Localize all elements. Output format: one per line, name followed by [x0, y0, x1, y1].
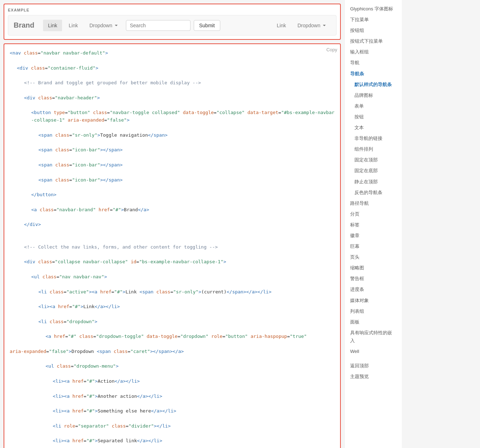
caret-icon — [115, 25, 118, 26]
nav-right-dropdown[interactable]: Dropdown — [292, 20, 331, 31]
sidebar-item-alerts[interactable]: 警告框 — [350, 273, 396, 284]
sidebar-item-nav[interactable]: 导航 — [350, 57, 396, 68]
sidebar-item-panels[interactable]: 面板 — [350, 317, 396, 327]
sidebar-item-back-top[interactable]: 返回顶部 — [350, 360, 396, 371]
sidebar-item-fixed-top[interactable]: 固定在顶部 — [350, 155, 396, 165]
sidebar-item-input-group[interactable]: 输入框组 — [350, 47, 396, 57]
sidebar-item-badges[interactable]: 徽章 — [350, 230, 396, 241]
main-content: EXAMPLE Brand Link Link Dropdown Submit … — [0, 0, 344, 448]
sidebar-item-inverted[interactable]: 反色的导航条 — [350, 187, 396, 198]
caret-right-icon — [323, 25, 326, 26]
example-preview-box: EXAMPLE Brand Link Link Dropdown Submit … — [4, 4, 341, 40]
sidebar-item-component-align[interactable]: 组件排列 — [350, 144, 396, 155]
sidebar-item-non-nav-link[interactable]: 非导航的链接 — [350, 133, 396, 144]
sidebar-item-static-top[interactable]: 静止在顶部 — [350, 176, 396, 187]
sidebar-item-media[interactable]: 媒体对象 — [350, 295, 396, 306]
sidebar-item-breadcrumb[interactable]: 路径导航 — [350, 198, 396, 209]
navbar-search-input[interactable] — [126, 20, 190, 31]
navbar-submit-button[interactable]: Submit — [194, 20, 220, 31]
code-box: Copy <nav class="navbar navbar-default">… — [4, 43, 341, 448]
sidebar-item-thumbnails[interactable]: 缩略图 — [350, 263, 396, 273]
sidebar-item-btngroup[interactable]: 按钮组 — [350, 25, 396, 36]
navbar-preview: Brand Link Link Dropdown Submit Link Dro… — [8, 15, 337, 36]
sidebar-item-responsive-embed[interactable]: 具有响应式特性的嵌入 — [350, 327, 396, 346]
sidebar-item-labels[interactable]: 标签 — [350, 220, 396, 230]
nav-dropdown-first[interactable]: Dropdown — [84, 20, 123, 31]
sidebar-item-pagination[interactable]: 分页 — [350, 209, 396, 220]
sidebar-item-navbar-default[interactable]: 默认样式的导航条 — [350, 79, 396, 90]
nav-right-link[interactable]: Link — [272, 20, 291, 31]
sidebar-item-page-header[interactable]: 页头 — [350, 252, 396, 263]
sidebar-item-navbar[interactable]: 导航条 — [350, 69, 396, 79]
sidebar: Glyphicons 字体图标 下拉菜单 按钮组 按钮式下拉菜单 输入框组 导航… — [344, 0, 402, 448]
copy-button[interactable]: Copy — [326, 47, 337, 52]
sidebar-item-brand-icon[interactable]: 品牌图标 — [350, 90, 396, 101]
sidebar-item-dropdown[interactable]: 下拉菜单 — [350, 14, 396, 25]
sidebar-item-btn-dropdown[interactable]: 按钮式下拉菜单 — [350, 36, 396, 47]
navbar-brand[interactable]: Brand — [14, 18, 40, 32]
sidebar-item-list-group[interactable]: 列表组 — [350, 306, 396, 317]
sidebar-item-form[interactable]: 表单 — [350, 101, 396, 112]
sidebar-item-jumbotron[interactable]: 巨幕 — [350, 241, 396, 252]
sidebar-divider — [350, 357, 396, 360]
sidebar-item-glyphicons[interactable]: Glyphicons 字体图标 — [350, 4, 396, 14]
example-label: EXAMPLE — [8, 8, 337, 12]
sidebar-item-theme-preview[interactable]: 主题预览 — [350, 371, 396, 382]
code-content: <nav class="navbar navbar-default"> <div… — [10, 49, 335, 448]
sidebar-item-well[interactable]: Well — [350, 346, 396, 357]
sidebar-item-text[interactable]: 文本 — [350, 122, 396, 133]
sidebar-item-progress[interactable]: 进度条 — [350, 284, 396, 295]
sidebar-item-button[interactable]: 按钮 — [350, 112, 396, 122]
nav-link-active[interactable]: Link — [43, 20, 62, 31]
navbar-right: Link Dropdown — [272, 20, 331, 31]
sidebar-item-fixed-bottom[interactable]: 固定在底部 — [350, 165, 396, 176]
nav-link-second[interactable]: Link — [63, 20, 83, 31]
